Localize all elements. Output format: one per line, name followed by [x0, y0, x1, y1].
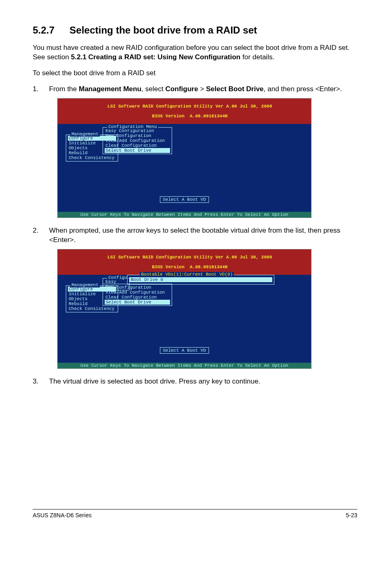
cfg-item-clear[interactable]: Clear Configuration	[105, 143, 170, 148]
bios-title-bar: LSI Software RAID Configuration Utility …	[58, 99, 311, 124]
bios-title2-line2: BIOS Version A.08.09161344R	[152, 265, 228, 269]
step-1-text: From the Management Menu, select Configu…	[49, 85, 357, 94]
bootable-vds-title: Bootable VDs(1):Current Boot VD(0)	[140, 272, 234, 277]
step-3-number: 3.	[33, 377, 49, 386]
cfg2-item-view-add[interactable]: View/Add Configuration	[105, 290, 170, 295]
bios-title-line2: BIOS Version A.08.09161344R	[152, 114, 228, 119]
configuration-menu-title: Configuration Menu	[107, 124, 158, 129]
page-footer: ASUS Z8NA-D6 Series 5-23	[33, 509, 357, 518]
management-menu-title: Management	[70, 132, 100, 137]
heading-title: Selecting the boot drive from a RAID set	[69, 25, 257, 36]
configuration-menu: Configuration Menu Easy Configuration Ne…	[103, 127, 172, 154]
heading-number: 5.2.7	[33, 25, 54, 36]
mgmt2-item-check-consistency[interactable]: Check Consistency	[68, 306, 116, 311]
intro-paragraph-1: You must have created a new RAID configu…	[33, 43, 357, 62]
step-1: 1. From the Management Menu, select Conf…	[33, 85, 357, 94]
step-3: 3. The virtual drive is selected as boot…	[33, 377, 357, 386]
bios-footer-bar: Use Cursor Keys To Navigate Between Item…	[58, 212, 311, 218]
bios-screenshot-1: LSI Software RAID Configuration Utility …	[57, 98, 312, 218]
bios-body-2: Configu Easy Con Management Configure In…	[58, 275, 311, 363]
cfg-item-select-boot[interactable]: Select Boot Drive	[105, 148, 170, 153]
bios-title2-line1: LSI Software RAID Configuration Utility …	[108, 255, 272, 260]
cfg-item-view-add[interactable]: View/Add Configuration	[105, 138, 170, 143]
configure-label: Configure	[165, 85, 198, 93]
step-3-text: The virtual drive is selected as boot dr…	[49, 377, 357, 386]
management-menu-label: Management Menu	[79, 85, 141, 93]
management-menu-title-2: Management	[70, 283, 100, 287]
cfg2-item-new[interactable]: New Configuration	[105, 285, 170, 290]
bios-screenshot-2: LSI Software RAID Configuration Utility …	[57, 249, 312, 369]
bios-body: Management Configure Initialize Objects …	[58, 124, 311, 212]
select-boot-drive-label: Select Boot Drive	[206, 85, 264, 93]
cfg-item-new[interactable]: New Configuration	[105, 133, 170, 138]
configuration-menu-2: New Configuration View/Add Configuration…	[103, 284, 172, 306]
step-2-text: When prompted, use the arrow keys to sel…	[49, 226, 357, 245]
bios-footer-bar-2: Use Cursor Keys To Navigate Between Item…	[58, 363, 311, 368]
configuration-menu-title-abbrev: Configu	[107, 275, 128, 280]
step-2: 2. When prompted, use the arrow keys to …	[33, 226, 357, 245]
intro-p1-post: for details.	[242, 53, 274, 61]
bootable-vds-dialog: Bootable VDs(1):Current Boot VD(0) Boot …	[127, 275, 274, 285]
step-1-number: 1.	[33, 85, 49, 94]
footer-left: ASUS Z8NA-D6 Series	[33, 512, 92, 518]
bios-title-line1: LSI Software RAID Configuration Utility …	[108, 104, 272, 109]
boot-drive-0-item[interactable]: Boot Drive 0	[129, 277, 272, 282]
bios-hint-box-2: Select A Boot VD	[160, 347, 209, 354]
section-heading: 5.2.7 Selecting the boot drive from a RA…	[33, 25, 357, 36]
intro-p1-bold: 5.2.1 Creating a RAID set: Using New Con…	[71, 53, 241, 61]
cfg2-item-select-boot[interactable]: Select Boot Drive	[105, 300, 170, 305]
bios-hint-box: Select A Boot VD	[160, 196, 209, 203]
intro-paragraph-2: To select the boot drive from a RAID set	[33, 69, 357, 78]
footer-right: 5-23	[346, 512, 357, 518]
cfg2-item-clear[interactable]: Clear Configuration	[105, 295, 170, 300]
bios-title-bar-2: LSI Software RAID Configuration Utility …	[58, 249, 311, 275]
step-2-number: 2.	[33, 226, 49, 245]
mgmt-item-check-consistency[interactable]: Check Consistency	[68, 155, 116, 160]
